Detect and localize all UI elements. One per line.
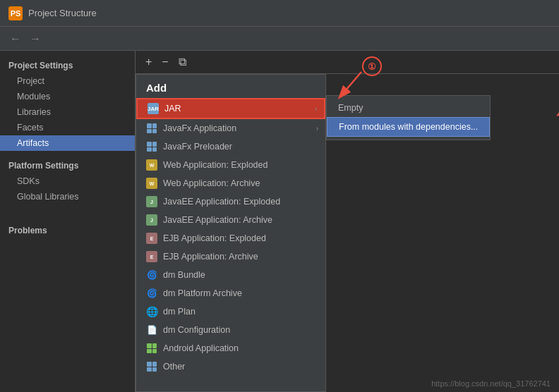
dropdown-item-dm-bundle[interactable]: 🌀 dm Bundle (136, 266, 325, 284)
sidebar: Project Settings Project Modules Librari… (0, 51, 136, 392)
back-button[interactable]: ← (6, 31, 25, 47)
dropdown-item-dm-platform[interactable]: 🌀 dm Platform Archive (136, 284, 325, 302)
sidebar-item-libraries[interactable]: Libraries (0, 104, 135, 120)
dropdown-item-dm-config[interactable]: 📄 dm Configuration (136, 321, 325, 339)
main-layout: Project Settings Project Modules Librari… (0, 51, 559, 392)
dropdown-item-javafx-app[interactable]: JavaFx Application › (136, 119, 325, 137)
add-dropdown-panel: Add JAR JAR › JavaFx Application › (136, 74, 326, 392)
copy-button[interactable]: ⧉ (176, 55, 189, 69)
add-toolbar: + − ⧉ (136, 51, 559, 74)
submenu-item-from-modules[interactable]: From modules with dependencies... (327, 117, 490, 137)
dropdown-item-web-archive[interactable]: W Web Application: Archive (136, 174, 325, 192)
javaee-exploded-icon: J (146, 196, 157, 207)
other-label: Other (163, 362, 185, 372)
divider (0, 151, 135, 157)
footer-url: https://blog.csdn.net/qq_31762741 (431, 379, 551, 388)
dropdown-item-android[interactable]: Android Application (136, 339, 325, 357)
dm-bundle-icon: 🌀 (146, 269, 157, 281)
android-icon (146, 343, 157, 354)
jar-icon: JAR (148, 103, 159, 114)
javafx-preloader-icon (146, 141, 157, 152)
web-archive-label: Web Application: Archive (163, 178, 260, 188)
dropdown-item-web-exploded[interactable]: W Web Application: Exploded (136, 156, 325, 174)
ejb-archive-icon: E (146, 251, 157, 262)
sidebar-item-global-libraries[interactable]: Global Libraries (0, 189, 135, 204)
dm-platform-icon: 🌀 (146, 288, 157, 299)
android-label: Android Application (163, 343, 239, 353)
dropdown-item-javaee-archive[interactable]: J JavaEE Application: Archive (136, 211, 325, 229)
web-exploded-label: Web Application: Exploded (163, 160, 268, 170)
javafx-app-icon (146, 123, 157, 134)
platform-settings-title: Platform Settings (0, 157, 135, 173)
jar-label: JAR (164, 104, 181, 114)
dropdown-item-ejb-archive[interactable]: E EJB Application: Archive (136, 247, 325, 266)
web-archive-icon: W (146, 178, 157, 189)
sidebar-item-sdks[interactable]: SDKs (0, 173, 135, 189)
dm-config-icon: 📄 (146, 324, 157, 336)
dropdown-title: Add (136, 75, 325, 98)
dropdown-item-javafx-preloader[interactable]: JavaFx Preloader (136, 137, 325, 156)
jar-arrow: › (315, 105, 317, 113)
jar-submenu: Empty From modules with dependencies... (326, 95, 491, 140)
dropdown-item-dm-plan[interactable]: 🌐 dm Plan (136, 302, 325, 321)
ejb-exploded-label: EJB Application: Exploded (163, 233, 266, 243)
divider2 (0, 204, 135, 210)
dm-config-label: dm Configuration (163, 325, 230, 335)
dropdown-container: Add JAR JAR › JavaFx Application › (136, 74, 559, 392)
app-icon: PS (8, 6, 23, 20)
dm-bundle-label: dm Bundle (163, 270, 205, 280)
javafx-preloader-label: JavaFx Preloader (163, 142, 232, 152)
submenu-item-empty[interactable]: Empty (327, 99, 490, 117)
ejb-archive-label: EJB Application: Archive (163, 252, 258, 262)
title-bar: PS Project Structure (0, 0, 559, 27)
dropdown-item-ejb-exploded[interactable]: E EJB Application: Exploded (136, 229, 325, 247)
javafx-app-label: JavaFx Application (163, 123, 236, 133)
dm-platform-label: dm Platform Archive (163, 288, 242, 298)
sidebar-item-facets[interactable]: Facets (0, 120, 135, 135)
project-settings-title: Project Settings (0, 56, 135, 73)
content-area: + − ⧉ Add JAR JAR › JavaFx (136, 51, 559, 392)
javafx-app-arrow: › (316, 125, 318, 133)
remove-button[interactable]: − (159, 55, 171, 69)
sidebar-item-modules[interactable]: Modules (0, 89, 135, 104)
window-title: Project Structure (28, 8, 97, 18)
javaee-exploded-label: JavaEE Application: Exploded (163, 197, 280, 207)
dropdown-item-other[interactable]: Other (136, 357, 325, 376)
sidebar-item-artifacts[interactable]: Artifacts (0, 135, 135, 151)
dropdown-item-jar[interactable]: JAR JAR › (136, 98, 325, 119)
web-exploded-icon: W (146, 159, 157, 171)
javaee-archive-icon: J (146, 214, 157, 226)
nav-bar: ← → (0, 27, 559, 51)
problems-title: Problems (0, 221, 135, 238)
add-button[interactable]: + (143, 55, 155, 69)
dm-plan-icon: 🌐 (146, 306, 157, 317)
forward-button[interactable]: → (25, 31, 45, 47)
ejb-exploded-icon: E (146, 233, 157, 244)
other-icon (146, 361, 157, 372)
dropdown-item-javaee-exploded[interactable]: J JavaEE Application: Exploded (136, 192, 325, 211)
javaee-archive-label: JavaEE Application: Archive (163, 215, 272, 225)
dm-plan-label: dm Plan (163, 307, 196, 317)
sidebar-item-project[interactable]: Project (0, 73, 135, 89)
